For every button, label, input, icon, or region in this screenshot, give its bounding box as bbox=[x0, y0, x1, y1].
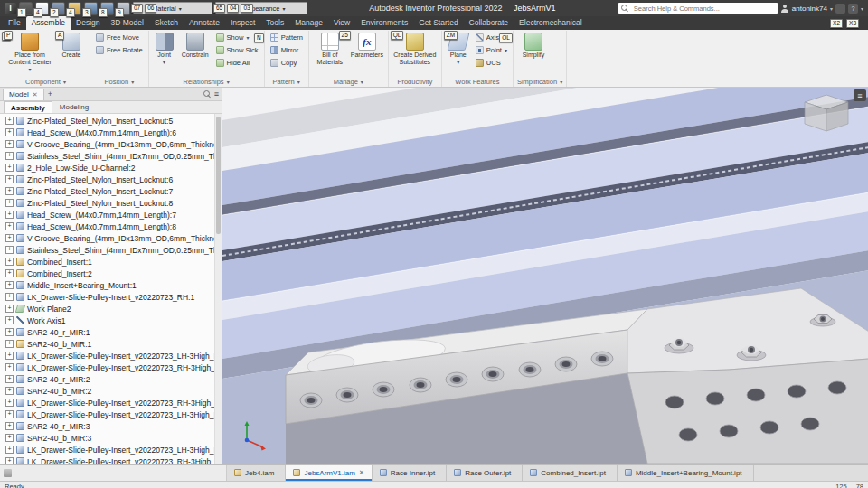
panel-label-manage[interactable]: Manage▾ bbox=[313, 76, 384, 87]
ribbon-tab[interactable]: Get Started bbox=[413, 16, 463, 30]
browser-search-icon[interactable] bbox=[203, 90, 211, 98]
browser-tree-item[interactable]: LK_Drawer-Slide-Pulley-Insert_v20220723_… bbox=[0, 291, 222, 303]
browser-menu-icon[interactable]: ≡ bbox=[214, 89, 219, 99]
browser-tree-item[interactable]: Combined_Insert:1 bbox=[0, 256, 222, 267]
expand-plus-icon[interactable] bbox=[5, 140, 14, 148]
create-button[interactable]: A Create bbox=[57, 32, 86, 59]
account-menu[interactable]: antonink74 ▾ bbox=[781, 5, 833, 13]
browser-tree-item[interactable]: SAR2-40_r_MIR:3 bbox=[0, 420, 222, 432]
browser-tree-item[interactable]: Zinc-Plated_Steel_Nylon_Insert_Locknut:6 bbox=[0, 174, 222, 185]
ribbon-tab[interactable]: Inspect bbox=[225, 16, 260, 30]
expand-plus-icon[interactable] bbox=[5, 340, 14, 348]
point-button[interactable]: Point ▾ bbox=[474, 44, 509, 56]
expand-plus-icon[interactable] bbox=[5, 234, 14, 242]
expand-plus-icon[interactable] bbox=[5, 128, 14, 136]
ribbon-tab[interactable]: Manage bbox=[289, 16, 328, 30]
simplify-button[interactable]: Simplify bbox=[517, 32, 550, 59]
ribbon-tab[interactable]: Sketch bbox=[149, 16, 184, 30]
plane-button[interactable]: ZM Plane ▾ bbox=[446, 32, 471, 66]
expand-plus-icon[interactable] bbox=[5, 422, 14, 430]
ribbon-tab[interactable]: Design bbox=[71, 16, 105, 30]
ribbon-tab[interactable]: Tools bbox=[260, 16, 289, 30]
help-button[interactable]: ? bbox=[848, 4, 858, 14]
panel-label-simplification[interactable]: Simplification▾ bbox=[517, 76, 562, 87]
browser-tree-item[interactable]: Middle_Insert+Bearing_Mount:1 bbox=[0, 279, 222, 291]
browser-tree-item[interactable]: Zinc-Plated_Steel_Nylon_Insert_Locknut:8 bbox=[0, 197, 222, 209]
qat-button[interactable]: 8 bbox=[100, 2, 114, 15]
panel-label-relationships[interactable]: Relationships▾ bbox=[153, 76, 260, 87]
expand-plus-icon[interactable] bbox=[5, 387, 14, 395]
expand-plus-icon[interactable] bbox=[5, 352, 14, 360]
browser-mode-tab[interactable]: Assembly bbox=[4, 101, 52, 113]
constrain-button[interactable]: Constrain bbox=[179, 32, 212, 59]
expand-plus-icon[interactable] bbox=[5, 117, 14, 125]
model-3d-view[interactable] bbox=[222, 88, 868, 464]
axis-button[interactable]: Axis ▾ OL bbox=[474, 32, 509, 43]
add-browser-tab-button[interactable]: + bbox=[48, 89, 52, 99]
browser-tree-item[interactable]: SAR2-40_r_MIR:1 bbox=[0, 326, 222, 338]
expand-plus-icon[interactable] bbox=[5, 316, 14, 324]
expand-plus-icon[interactable] bbox=[5, 281, 14, 289]
close-icon[interactable]: ✕ bbox=[33, 91, 38, 99]
browser-tree-item[interactable]: V-Groove_Bearing_(4mm_IDx13mm_OD,6mm_Thi… bbox=[0, 138, 222, 150]
qat-button[interactable]: 9 bbox=[117, 2, 130, 15]
browser-tree-item[interactable]: Head_Screw_(M4x0.7mm,14mm_Length):6 bbox=[0, 127, 222, 138]
expand-plus-icon[interactable] bbox=[5, 187, 14, 195]
expand-plus-icon[interactable] bbox=[5, 222, 14, 230]
qat-button[interactable]: 1 bbox=[19, 2, 33, 15]
document-tab[interactable]: Combined_Insert.ipt bbox=[523, 465, 618, 481]
copy-button[interactable]: Copy bbox=[269, 57, 305, 69]
document-tab[interactable]: Middle_Insert+Bearing_Mount.ipt bbox=[618, 465, 754, 481]
create-derived-substitutes-button[interactable]: QL Create Derived Substitutes bbox=[392, 32, 438, 66]
show-button[interactable]: Show ▾ N bbox=[214, 32, 260, 43]
expand-plus-icon[interactable] bbox=[5, 152, 14, 160]
expand-plus-icon[interactable] bbox=[5, 446, 14, 454]
ribbon-tab[interactable]: Annotate bbox=[184, 16, 225, 30]
expand-plus-icon[interactable] bbox=[5, 399, 14, 407]
browser-tree-item[interactable]: LK_Drawer-Slide-Pulley-Insert_v20220723_… bbox=[0, 444, 222, 455]
qat-button[interactable]: 2 bbox=[52, 2, 65, 15]
browser-tree-item[interactable]: LK_Drawer-Slide-Pulley-Insert_v20220723_… bbox=[0, 350, 222, 361]
ribbon-tab[interactable]: Collaborate bbox=[464, 16, 514, 30]
ucs-button[interactable]: UCS bbox=[474, 57, 509, 69]
browser-tree-item[interactable]: SAR2-40_b_MIR:2 bbox=[0, 385, 222, 397]
free-move-button[interactable]: Free Move bbox=[94, 32, 145, 43]
browser-tree-item[interactable]: SAR2-40_b_MIR:1 bbox=[0, 338, 222, 350]
browser-tree-item[interactable]: SAR2-40_r_MIR:2 bbox=[0, 373, 222, 385]
expand-plus-icon[interactable] bbox=[5, 363, 14, 371]
expand-plus-icon[interactable] bbox=[5, 457, 14, 464]
browser-tree-item[interactable]: LK_Drawer-Slide-Pulley-Insert_v20220723_… bbox=[0, 455, 222, 464]
mirror-button[interactable]: Mirror bbox=[269, 44, 305, 56]
expand-plus-icon[interactable] bbox=[5, 328, 14, 336]
browser-tree-item[interactable]: Head_Screw_(M4x0.7mm,14mm_Length):8 bbox=[0, 221, 222, 232]
search-input[interactable] bbox=[632, 4, 775, 14]
expand-plus-icon[interactable] bbox=[5, 246, 14, 254]
free-rotate-button[interactable]: Free Rotate bbox=[94, 44, 145, 56]
browser-tree-item[interactable]: V-Groove_Bearing_(4mm_IDx13mm_OD,6mm_Thi… bbox=[0, 232, 222, 244]
ribbon-tab[interactable]: Electromechanical bbox=[514, 16, 587, 30]
panel-label-component[interactable]: Component▾ bbox=[5, 76, 86, 87]
pattern-button[interactable]: Pattern bbox=[269, 32, 305, 43]
browser-tree-item[interactable]: LK_Drawer-Slide-Pulley-Insert_v20220723_… bbox=[0, 361, 222, 373]
expand-plus-icon[interactable] bbox=[5, 258, 14, 266]
hide-all-button[interactable]: Hide All bbox=[214, 57, 260, 69]
ribbon-tab[interactable]: View bbox=[328, 16, 355, 30]
document-tab[interactable]: Jeb4.iam bbox=[227, 465, 286, 481]
expand-plus-icon[interactable] bbox=[5, 305, 14, 313]
panel-label-work-features[interactable]: Work Features bbox=[446, 76, 509, 87]
browser-tree-item[interactable]: LK_Drawer-Slide-Pulley-Insert_v20220723_… bbox=[0, 408, 222, 420]
panel-label-position[interactable]: Position▾ bbox=[94, 76, 145, 87]
expand-plus-icon[interactable] bbox=[5, 199, 14, 207]
browser-tree-item[interactable]: 2_Hole_Low-Side_U-Channel:2 bbox=[0, 162, 222, 174]
browser-tree-item[interactable]: Zinc-Plated_Steel_Nylon_Insert_Locknut:7 bbox=[0, 185, 222, 197]
expand-plus-icon[interactable] bbox=[5, 164, 14, 172]
store-icon[interactable] bbox=[835, 4, 845, 14]
browser-tree-item[interactable]: Stainless_Steel_Shim_(4mm_IDx7mm_OD,0.25… bbox=[0, 244, 222, 256]
tab-list-icon[interactable] bbox=[4, 469, 12, 477]
browser-tree-item[interactable]: Stainless_Steel_Shim_(4mm_IDx7mm_OD,0.25… bbox=[0, 150, 222, 162]
browser-toggle-icon[interactable]: ≡ bbox=[854, 89, 866, 101]
qat-button[interactable]: 4 bbox=[35, 2, 49, 15]
expand-plus-icon[interactable] bbox=[5, 175, 14, 183]
browser-tree-item[interactable]: Combined_Insert:2 bbox=[0, 267, 222, 279]
browser-tree-item[interactable]: Work Axis1 bbox=[0, 314, 222, 326]
